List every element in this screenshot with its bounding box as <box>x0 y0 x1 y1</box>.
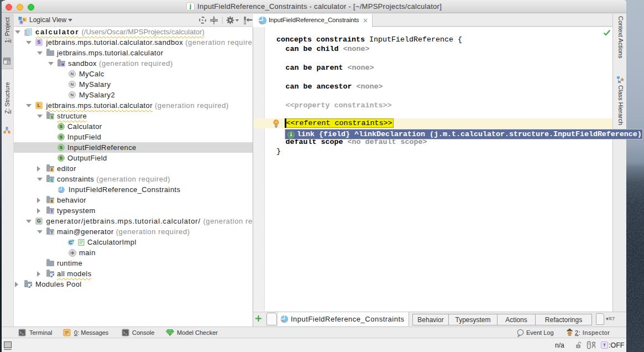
svg-text:C: C <box>69 240 72 245</box>
